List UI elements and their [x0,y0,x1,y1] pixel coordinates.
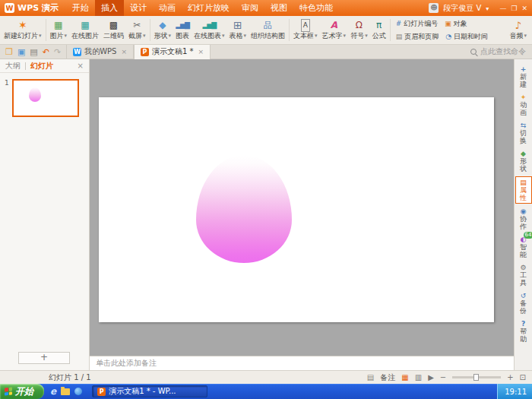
fit-to-window-icon[interactable] [520,374,526,382]
button-label: 日期和时间 [454,32,488,42]
qrcode-button[interactable]: 二维码 [101,16,126,44]
save-icon[interactable] [17,48,25,56]
date-time-button[interactable]: 日期和时间 [445,32,488,42]
sidebar-item-shapes[interactable]: 形状 [515,148,532,174]
audio-button[interactable]: 音频 [507,16,529,44]
sidebar-item-transition[interactable]: 切换 [515,120,532,146]
document-tab-row: W 我的WPS × P 演示文稿1 * × 点此查找命令 [0,45,532,59]
close-tab-icon[interactable]: × [198,48,204,55]
symbol-button[interactable]: 符号 [348,16,370,44]
doc-tab-presentation1[interactable]: P 演示文稿1 * × [134,45,211,59]
maximize-icon[interactable] [511,5,517,12]
slide[interactable] [99,97,494,322]
slide-indicator: 幻灯片 1 / 1 [0,372,91,383]
shapes-button[interactable]: 形状 [152,16,174,44]
media-icon[interactable] [74,388,82,395]
formula-button[interactable]: 公式 [370,16,388,44]
notes-toggle-icon[interactable] [367,374,374,382]
user-name[interactable]: 段字俊豆 V [443,3,481,14]
start-label: 开始 [15,385,33,398]
start-button[interactable]: 开始 [0,384,44,399]
browser-icon[interactable] [50,387,56,396]
menu-tab-review[interactable]: 审阅 [236,0,264,16]
sidebar-item-new[interactable]: 新建 [515,64,532,90]
picture-button[interactable]: 图片 [48,16,70,44]
menu-tab-slideshow[interactable]: 幻灯片放映 [182,0,236,16]
symbol-icon [356,20,363,31]
egg-shape[interactable] [196,155,292,263]
app-logo: W WPS 演示 [0,2,66,14]
user-avatar[interactable] [429,3,439,13]
quick-access-toolbar [0,48,66,56]
menu-tab-view[interactable]: 视图 [264,0,293,16]
sidebar-item-help[interactable]: 帮助 [515,318,532,344]
chart-button[interactable]: 图表 [173,16,192,44]
slide-sorter-icon[interactable] [415,374,422,382]
windows-taskbar: 开始 P 演示文稿1 * - WP... 19:11 [0,384,532,399]
notes-area[interactable]: 单击此处添加备注 [90,356,514,370]
sidebar-item-smart[interactable]: 64 智能 [515,234,532,260]
close-tab-icon[interactable]: × [121,48,127,55]
slide-number-button[interactable]: 幻灯片编号 [396,19,439,29]
tab-outline[interactable]: 大纲 [5,61,21,71]
sidebar-item-label: 形状 [519,157,527,173]
sidebar-item-backup[interactable]: 备份 [515,290,532,316]
button-label: 页眉和页脚 [404,32,439,42]
undo-icon[interactable] [43,48,49,56]
object-icon [445,21,451,27]
table-button[interactable]: 表格 [227,16,249,44]
sidebar-item-label: 动画 [519,101,527,116]
button-label: 艺术字 [322,31,343,41]
doc-tab-my-wps[interactable]: W 我的WPS × [66,45,134,59]
windows-logo-icon [5,387,12,395]
textbox-button[interactable]: 文本框 [291,16,320,44]
count-badge: 64 [524,232,532,239]
notes-toggle-label[interactable]: 备注 [380,372,395,383]
date-time-icon [445,33,451,40]
menu-tab-animation[interactable]: 动画 [153,0,182,16]
button-label: 公式 [372,31,386,41]
normal-view-icon[interactable] [401,374,408,382]
slide-thumbnail[interactable] [12,79,79,117]
zoom-slider-thumb[interactable] [473,374,479,381]
wordart-button[interactable]: 艺术字 [320,16,349,44]
folder-icon[interactable] [61,388,70,395]
ribbon-insert: 新建幻灯片 图片 在线图片 二维码 截屏 形状 图表 在线图表 表格 组织结构图 [0,16,532,45]
online-picture-button[interactable]: 在线图片 [69,16,101,44]
open-icon[interactable] [5,48,13,56]
new-slide-icon [18,20,27,31]
sidebar-item-tools[interactable]: 工具 [515,262,532,288]
menu-tab-features[interactable]: 特色功能 [293,0,339,16]
add-slide-button[interactable]: + [18,352,70,364]
menu-tab-insert[interactable]: 插入 [95,0,124,16]
sidebar-item-properties[interactable]: 属性 [515,176,532,204]
editing-canvas[interactable] [90,59,514,356]
print-icon[interactable] [30,48,37,56]
sidebar-item-collaborate[interactable]: 协作 [515,206,532,232]
close-panel-icon[interactable] [78,62,84,70]
taskbar-task-presentation1[interactable]: P 演示文稿1 * - WP... [92,385,207,397]
online-chart-button[interactable]: 在线图表 [192,16,227,44]
new-slide-button[interactable]: 新建幻灯片 [2,16,44,44]
sidebar-item-label: 备份 [519,299,527,315]
online-picture-icon [81,20,89,31]
org-chart-button[interactable]: 组织结构图 [249,16,287,44]
header-footer-button[interactable]: 页眉和页脚 [396,32,439,42]
object-button[interactable]: 对象 [445,19,467,29]
minimize-icon[interactable] [499,5,506,12]
menu-tab-design[interactable]: 设计 [124,0,153,16]
tab-slides[interactable]: 幻灯片 [30,61,53,71]
screenshot-button[interactable]: 截屏 [126,16,148,44]
slideshow-icon[interactable] [428,374,434,382]
zoom-out-icon[interactable] [440,374,446,382]
redo-icon[interactable] [54,48,61,56]
sidebar-item-animation[interactable]: 动画 [515,92,532,118]
find-command-box[interactable]: 点此查找命令 [470,46,532,57]
close-icon[interactable] [521,5,527,12]
transition-icon [521,122,527,129]
shapes-panel-icon [521,150,526,157]
zoom-slider[interactable] [452,376,501,378]
menu-tab-start[interactable]: 开始 [66,0,95,16]
chevron-down-icon[interactable] [486,3,489,13]
zoom-in-icon[interactable] [507,374,513,382]
